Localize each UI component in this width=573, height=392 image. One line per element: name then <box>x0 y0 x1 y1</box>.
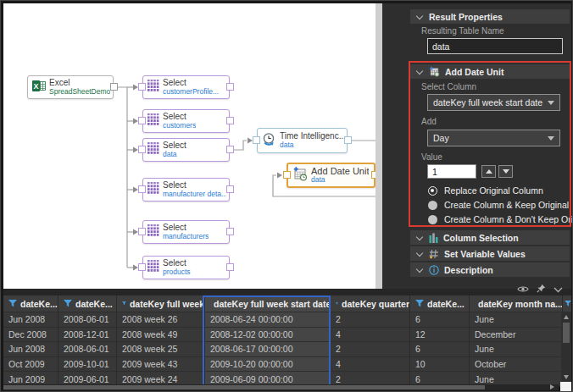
column-header[interactable]: dateKe... <box>58 295 117 312</box>
scroll-right-arrow-icon[interactable] <box>550 384 554 389</box>
node-time-intelligence[interactable]: Time Intelligenc...data <box>257 128 348 153</box>
section-header-column-selection[interactable]: Column Selection <box>410 230 570 245</box>
grid-horizontal-scrollbar[interactable] <box>3 384 559 390</box>
cell: 6 <box>410 312 470 328</box>
select-grid-icon <box>147 260 159 275</box>
column-selection-icon <box>429 233 438 243</box>
output-port[interactable] <box>226 228 234 235</box>
value-decrement-button[interactable] <box>498 165 513 178</box>
chevron-down-icon[interactable] <box>554 281 563 296</box>
resulting-table-name-input[interactable] <box>427 38 563 54</box>
cell: Jun 2008 <box>3 312 58 328</box>
input-port[interactable] <box>283 171 291 179</box>
scroll-up-arrow-icon[interactable] <box>564 315 569 319</box>
column-header[interactable]: dateKe... <box>410 295 470 312</box>
eye-icon[interactable] <box>517 281 529 296</box>
node-select-products[interactable]: Selectproducts <box>142 256 230 279</box>
cell-highlighted: 2008-06-24 00:00:00 <box>205 312 331 328</box>
filter-icon <box>415 300 424 307</box>
filter-icon <box>565 300 571 307</box>
cell: 2009 week 43 <box>117 357 205 373</box>
add-date-unit-icon <box>429 66 440 77</box>
chevron-down-icon <box>416 67 423 74</box>
section-title: Add Date Unit <box>445 67 503 77</box>
value-increment-button[interactable] <box>481 165 496 178</box>
diagram-canvas[interactable]: X ExcelSpreadSheetDemo... Selectcustomer… <box>3 3 376 289</box>
data-preview-grid: dateKe... dateKe... dateKey full week da… <box>3 295 571 387</box>
down-arrow-icon <box>503 169 509 174</box>
radio-replace-original-column[interactable]: Replace Original Column <box>428 185 543 196</box>
input-port[interactable] <box>138 117 146 124</box>
cell: 6 <box>410 342 470 357</box>
filter-icon <box>336 300 338 307</box>
chevron-down-icon <box>416 265 423 272</box>
canvas-vertical-scrollbar[interactable] <box>376 3 382 289</box>
chevron-down-icon <box>548 101 554 105</box>
radio-selected-icon <box>428 186 437 196</box>
cell: 12 <box>410 328 470 343</box>
output-port[interactable] <box>226 83 234 91</box>
scroll-down-arrow-icon[interactable] <box>564 375 569 379</box>
column-header[interactable]: dateKey quarter <box>331 295 410 312</box>
input-port[interactable] <box>138 146 146 153</box>
cell: 2 <box>331 342 410 357</box>
cell: 2008 week 49 <box>117 328 205 343</box>
select-grid-icon <box>147 224 159 240</box>
node-subtitle: manufacturer deta... <box>163 190 226 199</box>
input-port[interactable] <box>253 136 260 144</box>
add-unit-dropdown[interactable]: Day <box>427 130 560 146</box>
node-subtitle: manufacturers <box>163 233 209 241</box>
column-header-partial[interactable] <box>563 295 571 312</box>
pin-icon[interactable] <box>537 281 546 296</box>
filter-icon <box>122 300 126 307</box>
section-header-result-properties[interactable]: Result Properties <box>410 9 570 24</box>
node-select-manufacturers[interactable]: Selectmanufacturers <box>142 220 230 244</box>
column-header[interactable]: dateKey month na... <box>470 295 563 312</box>
node-select-manufacturer-detail[interactable]: Selectmanufacturer deta... <box>142 178 230 202</box>
node-select-customerprofile[interactable]: SelectcustomerProfile... <box>142 75 230 99</box>
chevron-down-icon <box>416 12 423 19</box>
output-port[interactable] <box>226 263 234 271</box>
radio-create-column-keep-original[interactable]: Create Column & Keep Original <box>428 199 569 211</box>
horizontal-scroll-thumb[interactable] <box>3 385 485 389</box>
cell-highlighted: 2008-06-17 00:00:00 <box>205 342 331 357</box>
section-title: Set Variable Values <box>444 249 526 259</box>
input-port[interactable] <box>138 263 146 271</box>
grid-vertical-scrollbar[interactable] <box>561 312 571 382</box>
node-select-data[interactable]: Selectdata <box>142 138 230 162</box>
node-subtitle: products <box>163 268 191 277</box>
section-header-description[interactable]: Description <box>410 262 570 277</box>
output-port[interactable] <box>226 185 234 193</box>
input-port[interactable] <box>138 228 146 235</box>
properties-panel: Result Properties Resulting Table Name A… <box>382 3 571 289</box>
value-input[interactable] <box>427 164 476 179</box>
cell-highlighted: 2008-12-02 00:00:00 <box>205 328 331 343</box>
section-header-add-date-unit[interactable]: Add Date Unit <box>410 64 570 79</box>
cell: December <box>470 328 563 343</box>
add-label: Add <box>421 117 437 126</box>
select-column-dropdown[interactable]: dateKey full week start date <box>427 94 560 111</box>
input-port[interactable] <box>138 83 146 91</box>
output-port[interactable] <box>226 117 234 124</box>
node-excel-source[interactable]: X ExcelSpreadSheetDemo... <box>27 75 114 99</box>
radio-create-column-dont-keep-original[interactable]: Create Column & Don't Keep Original <box>428 213 573 225</box>
input-port[interactable] <box>138 185 146 193</box>
section-header-set-variable-values[interactable]: Set Variable Values <box>410 246 570 261</box>
add-unit-value: Day <box>433 133 548 143</box>
column-header[interactable]: dateKey full week <box>117 295 205 312</box>
up-arrow-icon <box>486 169 492 174</box>
output-port[interactable] <box>344 136 352 144</box>
output-port[interactable] <box>226 146 234 153</box>
node-subtitle: customers <box>163 122 196 130</box>
node-select-customers[interactable]: Selectcustomers <box>142 109 230 133</box>
node-subtitle: data <box>163 151 186 159</box>
column-header-highlighted[interactable]: dateKey full week start date <box>205 295 331 312</box>
output-port[interactable] <box>110 83 118 91</box>
vertical-scroll-thumb[interactable] <box>563 323 570 343</box>
scrollbar-corner-box[interactable] <box>560 382 571 391</box>
node-subtitle: customerProfile... <box>163 88 219 97</box>
select-grid-icon <box>147 182 159 197</box>
node-add-date-unit[interactable]: Add Date Unitdata <box>286 163 376 188</box>
excel-icon: X <box>32 80 46 96</box>
column-header[interactable]: dateKe... <box>3 295 58 312</box>
